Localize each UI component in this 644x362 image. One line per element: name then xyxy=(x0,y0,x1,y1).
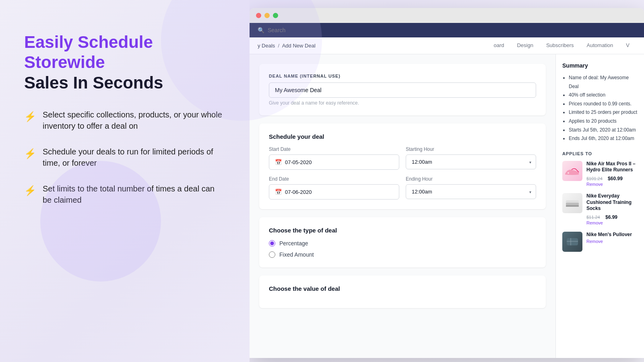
deal-type-radio-group: Percentage Fixed Amount xyxy=(269,240,536,258)
feature-item-2: ⚡ Schedule your deals to run for limited… xyxy=(24,146,225,169)
ending-hour-label: Ending Hour xyxy=(406,176,536,182)
start-date-value: 07-05-2020 xyxy=(285,159,312,165)
summary-item-3: Limited to 25 orders per product xyxy=(569,108,638,117)
feature-text-1: Select specific collections, products, o… xyxy=(43,109,225,132)
product-info-2: Nike Everyday Cushioned Training Socks $… xyxy=(586,193,638,225)
product-name-1: Nike Air Max Pros II – Hydro Elite Runne… xyxy=(586,161,638,173)
product-thumb-2 xyxy=(562,193,582,213)
summary-item-1: 40% off selection xyxy=(569,91,638,100)
product-price-new-1: $60.99 xyxy=(608,176,623,181)
deal-name-label: DEAL NAME (INTERNAL USE) xyxy=(269,74,536,78)
feature-list: ⚡ Select specific collections, products,… xyxy=(24,109,225,206)
breadcrumb-prefix: y Deals xyxy=(258,43,275,49)
svg-rect-3 xyxy=(566,205,579,207)
heading-purple: Easily Schedule Storewide xyxy=(24,33,153,72)
tab-design[interactable]: Design xyxy=(510,37,539,54)
summary-item-6: Ends Jul 6th, 2020 at 12:00am xyxy=(569,134,638,143)
product-info-1: Nike Air Max Pros II – Hydro Elite Runne… xyxy=(586,161,638,187)
product-remove-2[interactable]: Remove xyxy=(586,220,638,225)
deal-type-title: Choose the type of deal xyxy=(269,227,536,234)
schedule-grid: Start Date 📅 07-05-2020 Starting Hour 12… xyxy=(269,146,536,200)
summary-list: Name of deal: My Awesome Deal 40% off se… xyxy=(562,74,638,143)
product-item-1: Nike Air Max Pros II – Hydro Elite Runne… xyxy=(562,161,638,187)
end-date-input[interactable]: 📅 07-06-2020 xyxy=(269,184,399,200)
deal-value-title: Choose the value of deal xyxy=(269,285,536,292)
traffic-light-yellow[interactable] xyxy=(264,13,270,18)
traffic-light-green[interactable] xyxy=(273,13,278,18)
starting-hour-label: Starting Hour xyxy=(406,146,536,152)
starting-hour-select[interactable]: 12:00am xyxy=(406,154,536,169)
traffic-light-red[interactable] xyxy=(256,13,261,18)
browser-nav: y Deals / Add New Deal oard Design Subsc… xyxy=(250,37,644,54)
form-area: DEAL NAME (INTERNAL USE) Give your deal … xyxy=(250,54,555,358)
product-remove-3[interactable]: Remove xyxy=(586,239,638,244)
svg-point-0 xyxy=(568,172,569,174)
product-price-new-2: $6.99 xyxy=(605,214,617,220)
main-heading: Easily Schedule Storewide Sales In Secon… xyxy=(24,32,225,93)
end-date-group: End Date 📅 07-06-2020 xyxy=(269,176,399,200)
summary-item-4: Applies to 20 products xyxy=(569,117,638,126)
deal-type-card: Choose the type of deal Percentage Fixed… xyxy=(259,217,546,267)
deal-name-hint: Give your deal a name for easy reference… xyxy=(269,100,536,106)
start-date-group: Start Date 📅 07-05-2020 xyxy=(269,146,399,170)
ending-hour-select-wrapper: 12:00am ▾ xyxy=(406,184,536,199)
starting-hour-group: Starting Hour 12:00am ▾ xyxy=(406,146,536,170)
lightning-icon-1: ⚡ xyxy=(24,110,36,123)
svg-rect-1 xyxy=(566,200,579,203)
summary-item-0: Name of deal: My Awesome Deal xyxy=(569,74,638,91)
ending-hour-group: Ending Hour 12:00am ▾ xyxy=(406,176,536,200)
browser-searchbar: 🔍 xyxy=(250,23,644,37)
product-thumb-3 xyxy=(562,232,582,252)
summary-item-2: Prices rounded to 0.99 cents. xyxy=(569,100,638,109)
search-input[interactable] xyxy=(268,27,636,33)
product-name-2: Nike Everyday Cushioned Training Socks xyxy=(586,193,638,212)
radio-percentage[interactable]: Percentage xyxy=(269,240,536,247)
browser-titlebar xyxy=(250,8,644,23)
calendar-icon-end: 📅 xyxy=(275,189,282,195)
breadcrumb: y Deals / Add New Deal xyxy=(258,38,485,53)
end-date-label: End Date xyxy=(269,176,399,182)
nav-tabs: oard Design Subscribers Automation V xyxy=(487,37,636,54)
ending-hour-select[interactable]: 12:00am xyxy=(406,184,536,199)
product-item-2: Nike Everyday Cushioned Training Socks $… xyxy=(562,193,638,225)
radio-fixed-label: Fixed Amount xyxy=(279,251,314,258)
schedule-title: Schedule your deal xyxy=(269,133,536,140)
heading-dark: Sales In Seconds xyxy=(24,73,163,92)
left-panel: Easily Schedule Storewide Sales In Secon… xyxy=(0,0,250,362)
product-price-old-1: $101.24 xyxy=(586,176,603,181)
browser-content: DEAL NAME (INTERNAL USE) Give your deal … xyxy=(250,54,644,358)
browser-window: 🔍 y Deals / Add New Deal oard Design Sub… xyxy=(250,8,644,358)
feature-item-1: ⚡ Select specific collections, products,… xyxy=(24,109,225,132)
breadcrumb-current: Add New Deal xyxy=(282,43,316,49)
svg-rect-4 xyxy=(567,238,578,245)
tab-automation[interactable]: Automation xyxy=(580,37,620,54)
product-info-3: Nike Men's Pullover Remove xyxy=(586,232,638,244)
schedule-card: Schedule your deal Start Date 📅 07-05-20… xyxy=(259,123,546,209)
radio-percentage-label: Percentage xyxy=(279,240,308,247)
product-thumb-1 xyxy=(562,161,582,181)
summary-title: Summary xyxy=(562,62,638,69)
calendar-icon-start: 📅 xyxy=(275,159,282,165)
radio-fixed-input[interactable] xyxy=(269,251,275,258)
product-item-3: Nike Men's Pullover Remove xyxy=(562,232,638,252)
svg-rect-2 xyxy=(566,203,579,205)
radio-percentage-input[interactable] xyxy=(269,240,275,247)
deal-name-input[interactable] xyxy=(269,82,536,98)
lightning-icon-3: ⚡ xyxy=(24,184,36,197)
end-date-value: 07-06-2020 xyxy=(285,189,312,195)
product-price-old-2: $11.24 xyxy=(586,215,600,220)
right-panel: 🔍 y Deals / Add New Deal oard Design Sub… xyxy=(250,0,644,362)
tab-subscribers[interactable]: Subscribers xyxy=(540,37,580,54)
starting-hour-select-wrapper: 12:00am ▾ xyxy=(406,154,536,169)
radio-fixed[interactable]: Fixed Amount xyxy=(269,251,536,258)
tab-v[interactable]: V xyxy=(619,37,636,54)
applies-to-title: APPLIES TO xyxy=(562,151,638,156)
product-remove-1[interactable]: Remove xyxy=(586,182,638,187)
deal-name-card: DEAL NAME (INTERNAL USE) Give your deal … xyxy=(259,64,546,115)
start-date-input[interactable]: 📅 07-05-2020 xyxy=(269,154,399,170)
feature-text-2: Schedule your deals to run for limited p… xyxy=(43,146,225,169)
summary-item-5: Starts Jul 5th, 2020 at 12:00am xyxy=(569,126,638,135)
start-date-label: Start Date xyxy=(269,146,399,152)
search-icon: 🔍 xyxy=(258,27,264,33)
tab-board[interactable]: oard xyxy=(487,37,510,54)
